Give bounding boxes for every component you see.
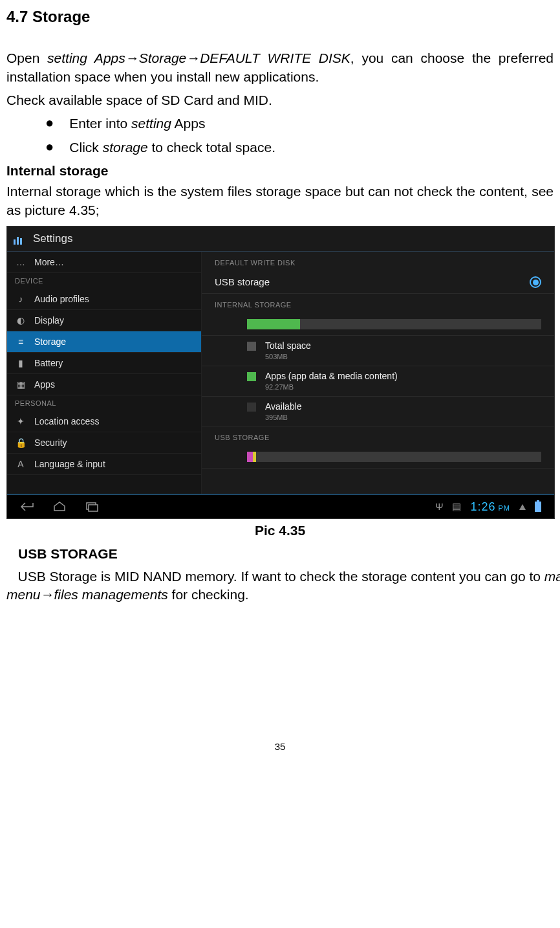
document-page: 4.7 Storage Open setting Apps→Storage→DE…: [0, 0, 560, 760]
clock: 1:26 PM: [470, 499, 510, 514]
display-icon: ◐: [15, 315, 27, 327]
lock-icon: 🔒: [15, 437, 27, 449]
settings-sidebar: … More… DEVICE ♪ Audio profiles ◐ Displa…: [7, 252, 202, 496]
bullet-text: Enter into setting Apps: [69, 115, 205, 133]
it: setting: [131, 116, 171, 131]
settings-header: Settings: [7, 226, 554, 252]
usb-fill-a: [247, 452, 253, 462]
bullet-text: Click storage to check total space.: [69, 138, 275, 157]
label: Storage: [34, 336, 66, 348]
txt: Open: [6, 50, 47, 65]
internal-usage-fill: [247, 319, 300, 329]
sidebar-category-personal: PERSONAL: [7, 395, 201, 411]
figure-caption: Pic 4.35: [6, 522, 554, 540]
storage-icon: ≡: [15, 336, 27, 348]
page-number: 35: [6, 740, 554, 753]
arrow-icon: →: [41, 587, 54, 602]
value: 503MB: [265, 352, 311, 362]
sidebar-item-location[interactable]: ✦ Location access: [7, 411, 201, 432]
storage-italic: Storage: [139, 50, 187, 65]
usb-usage-bar-row: [202, 446, 554, 469]
option-usb-storage[interactable]: USB storage: [202, 271, 554, 294]
home-icon[interactable]: [52, 502, 67, 512]
check-paragraph: Check available space of SD Card and MID…: [6, 91, 554, 109]
settings-body: … More… DEVICE ♪ Audio profiles ◐ Displa…: [7, 252, 554, 496]
sidebar-item-apps[interactable]: ▦ Apps: [7, 374, 201, 395]
radio-on-icon: [530, 276, 541, 288]
category-usb-storage: USB STORAGE: [202, 426, 554, 446]
swatch-available-icon: [247, 403, 256, 412]
default-write-disk-italic: DEFAULT WRITE DISK: [200, 50, 350, 65]
usb-usage-bar: [247, 452, 541, 462]
label: Language & input: [34, 458, 105, 470]
recents-icon[interactable]: [85, 502, 99, 512]
usb-storage-paragraph: USB Storage is MID NAND memory. If want …: [6, 568, 554, 604]
category-internal-storage: INTERNAL STORAGE: [202, 294, 554, 313]
row-available[interactable]: Available 395MB: [202, 397, 554, 427]
sidebar-item-storage[interactable]: ≡ Storage: [7, 331, 201, 353]
row-apps[interactable]: Apps (app data & media content) 92.27MB: [202, 366, 554, 397]
battery-icon: ▮: [15, 357, 27, 370]
settings-icon: [14, 233, 25, 245]
internal-usage-bar: [247, 319, 541, 329]
battery-icon: [535, 502, 541, 512]
list-item: ● Enter into setting Apps: [45, 115, 554, 133]
label: Audio profiles: [34, 293, 89, 305]
usb-icon: Ψ: [435, 500, 444, 513]
category-default-write-disk: DEFAULT WRITE DISK: [202, 252, 554, 271]
row-total-space[interactable]: Total space 503MB: [202, 336, 554, 366]
label: Display: [34, 315, 64, 327]
files-mgmt-italic: files managements: [54, 587, 167, 602]
signal-icon: [519, 504, 526, 510]
arrow-icon: →: [125, 50, 139, 65]
usb-fill-b: [253, 452, 256, 462]
txt: to check total space.: [148, 140, 275, 155]
sidebar-item-display[interactable]: ◐ Display: [7, 310, 201, 331]
usb-storage-heading: USB STORAGE: [18, 545, 554, 563]
txt: for checking.: [168, 587, 249, 602]
bullet-icon: ●: [45, 138, 54, 157]
label: Security: [34, 437, 67, 449]
status-bar: Ψ ▤ 1:26 PM: [435, 499, 541, 514]
internal-storage-heading: Internal storage: [6, 162, 554, 180]
internal-storage-paragraph: Internal storage which is the system fil…: [6, 182, 554, 219]
sidebar-item-battery[interactable]: ▮ Battery: [7, 353, 201, 374]
clock-time: 1:26: [470, 499, 495, 514]
value: 395MB: [265, 413, 302, 423]
sidebar-item-audio[interactable]: ♪ Audio profiles: [7, 289, 201, 310]
settings-title: Settings: [33, 232, 72, 247]
section-heading: 4.7 Storage: [6, 6, 554, 27]
audio-icon: ♪: [15, 293, 27, 305]
internal-usage-bar-row: [202, 313, 554, 336]
it: storage: [103, 140, 148, 155]
label: Available: [265, 401, 302, 413]
label: Location access: [34, 415, 99, 428]
label: Total space: [265, 340, 311, 352]
intro-paragraph: Open setting Apps→Storage→DEFAULT WRITE …: [6, 49, 554, 86]
txt: Apps: [171, 116, 206, 131]
txt: USB Storage is MID NAND memory. If want …: [6, 569, 544, 584]
label: Apps: [34, 379, 55, 391]
more-icon: …: [15, 256, 27, 269]
arrow-icon: →: [186, 50, 200, 65]
android-nav-bar: Ψ ▤ 1:26 PM: [7, 494, 554, 518]
label: Apps (app data & media content): [265, 370, 398, 382]
sidebar-item-language[interactable]: A Language & input: [7, 454, 201, 475]
label: Battery: [34, 357, 63, 370]
value: 92.27MB: [265, 382, 398, 392]
sidebar-category-device: DEVICE: [7, 273, 201, 289]
svg-rect-1: [89, 505, 98, 511]
back-icon[interactable]: [20, 502, 34, 512]
apps-icon: ▦: [15, 379, 27, 391]
label: More…: [34, 256, 64, 269]
setting-apps-italic: setting Apps: [47, 50, 125, 65]
txt: Click: [69, 140, 102, 155]
language-icon: A: [15, 458, 27, 470]
sidebar-item-more[interactable]: … More…: [7, 252, 201, 273]
txt: Enter into: [69, 116, 131, 131]
label: USB storage: [215, 276, 270, 289]
sidebar-item-security[interactable]: 🔒 Security: [7, 432, 201, 454]
clock-ampm: PM: [499, 503, 511, 513]
list-item: ● Click storage to check total space.: [45, 138, 554, 157]
settings-screenshot: Settings … More… DEVICE ♪ Audio profiles…: [6, 226, 555, 519]
